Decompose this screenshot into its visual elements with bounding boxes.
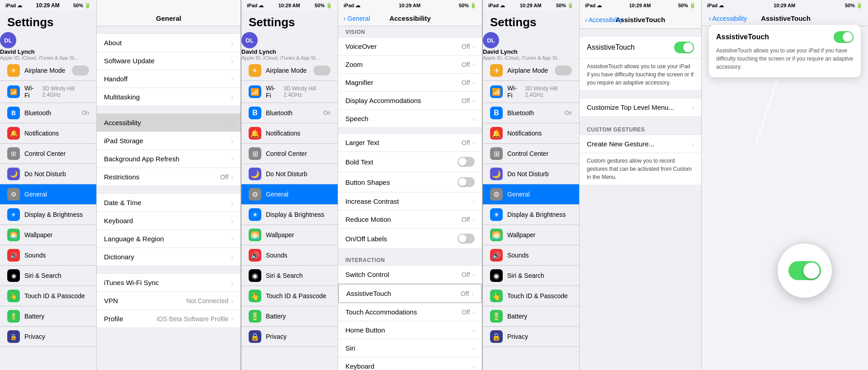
s2-cc[interactable]: ⊞ Control Center xyxy=(241,144,338,164)
row-handoff[interactable]: Handoff › xyxy=(97,70,241,88)
s2-display[interactable]: ☀ Display & Brightness xyxy=(241,205,338,225)
row-keyboard-acc[interactable]: Keyboard › xyxy=(338,357,482,370)
user-row-3[interactable]: DL David Lynch Apple ID, iCloud, iTunes … xyxy=(483,32,579,61)
button-shapes-toggle[interactable] xyxy=(458,177,475,187)
s2-touchid[interactable]: 👆 Touch ID & Passcode xyxy=(241,286,338,306)
s2-dnd[interactable]: 🌙 Do Not Disturb xyxy=(241,164,338,184)
row-accessibility[interactable]: Accessibility › xyxy=(97,113,241,132)
s2-bluetooth[interactable]: B Bluetooth On xyxy=(241,103,338,123)
row-multitasking[interactable]: Multitasking › xyxy=(97,88,241,106)
s3-cc[interactable]: ⊞ Control Center xyxy=(483,144,579,164)
s2-wifi[interactable]: 📶 Wi-Fi 3D Windy Hill 2.4GHz xyxy=(241,81,338,103)
sidebar-item-cc[interactable]: ⊞ Control Center xyxy=(0,144,96,164)
s3-notif[interactable]: 🔔 Notifications xyxy=(483,123,579,144)
s3-airplane[interactable]: ✈ Airplane Mode xyxy=(483,61,579,81)
sidebar-item-general[interactable]: ⚙ General xyxy=(0,184,96,205)
s3-touchid[interactable]: 👆 Touch ID & Passcode xyxy=(483,286,579,306)
s3-airplane-toggle[interactable] xyxy=(555,66,572,75)
back-to-accessibility-2[interactable]: ‹ Accessibility xyxy=(709,15,747,22)
user-row-1[interactable]: DL David Lynch Apple ID, iCloud, iTunes … xyxy=(0,32,96,61)
row-restrictions[interactable]: Restrictions Off › xyxy=(97,168,241,186)
row-profile[interactable]: Profile iOS Beta Software Profile › xyxy=(97,310,241,328)
row-vpn[interactable]: VPN Not Connected › xyxy=(97,292,241,310)
row-on-off-labels[interactable]: On/Off Labels xyxy=(338,229,482,249)
row-button-shapes[interactable]: Button Shapes xyxy=(338,172,482,192)
at-toggle-switch[interactable] xyxy=(674,42,694,53)
s3-dnd[interactable]: 🌙 Do Not Disturb xyxy=(483,164,579,184)
row-itunes-sync[interactable]: iTunes Wi-Fi Sync › xyxy=(97,273,241,292)
s3-general[interactable]: ⚙ General xyxy=(483,184,579,205)
row-bold-text[interactable]: Bold Text xyxy=(338,152,482,172)
s2-airplane[interactable]: ✈ Airplane Mode xyxy=(241,61,338,81)
sidebar-item-dnd[interactable]: 🌙 Do Not Disturb xyxy=(0,164,96,184)
sidebar-item-display[interactable]: ☀ Display & Brightness xyxy=(0,205,96,225)
row-keyboard[interactable]: Keyboard › xyxy=(97,212,241,230)
s3-siri[interactable]: ◉ Siri & Search xyxy=(483,266,579,286)
s2-general[interactable]: ⚙ General xyxy=(241,184,338,205)
row-dictionary[interactable]: Dictionary › xyxy=(97,248,241,266)
sidebar-item-airplane[interactable]: ✈ Airplane Mode xyxy=(0,61,96,81)
row-larger-text[interactable]: Larger Text Off › xyxy=(338,133,482,152)
row-bg-refresh[interactable]: Background App Refresh › xyxy=(97,150,241,168)
language-label: Language & Region xyxy=(104,235,231,243)
s2-sounds[interactable]: 🔊 Sounds xyxy=(241,245,338,266)
increase-contrast-label: Increase Contrast xyxy=(345,197,472,205)
row-touch-acc[interactable]: Touch Accommodations Off › xyxy=(338,303,482,321)
row-datetime[interactable]: Date & Time › xyxy=(97,193,241,212)
user-row-2[interactable]: DL David Lynch Apple ID, iCloud, iTunes … xyxy=(241,32,338,61)
row-language[interactable]: Language & Region › xyxy=(97,230,241,248)
row-display-acc[interactable]: Display Accommodations Off › xyxy=(338,92,482,110)
sidebar-item-privacy[interactable]: 🔒 Privacy xyxy=(0,327,96,347)
s3-battery[interactable]: 🔋 Battery xyxy=(483,306,579,327)
s3-wifi[interactable]: 📶 Wi-Fi 3D Windy Hill 2.4GHz xyxy=(483,81,579,103)
s3-wifi-label: Wi-Fi xyxy=(507,84,520,99)
row-voiceover[interactable]: VoiceOver Off › xyxy=(338,37,482,56)
row-zoom[interactable]: Zoom Off › xyxy=(338,56,482,74)
row-home-button[interactable]: Home Button › xyxy=(338,321,482,339)
create-gesture-row[interactable]: Create New Gesture... › xyxy=(580,135,701,153)
row-ipad-storage[interactable]: iPad Storage › xyxy=(97,132,241,150)
bold-text-toggle[interactable] xyxy=(458,157,475,167)
status-bar-3: iPad ☁ 10:29 AM 50% 🔋 xyxy=(483,0,579,11)
s3-privacy[interactable]: 🔒 Privacy xyxy=(483,327,579,347)
sidebar-item-wifi[interactable]: 📶 Wi-Fi 3D Windy Hill 2.4GHz xyxy=(0,81,96,103)
settings-header-2: Settings xyxy=(241,11,338,32)
at-callout-toggle[interactable] xyxy=(834,31,854,43)
sidebar-item-sounds[interactable]: 🔊 Sounds xyxy=(0,245,96,266)
sidebar-item-notifications[interactable]: 🔔 Notifications xyxy=(0,123,96,144)
big-toggle[interactable] xyxy=(788,261,821,280)
airplane-toggle[interactable] xyxy=(72,66,89,75)
at-customize-row[interactable]: Customize Top Level Menu... › xyxy=(580,98,701,117)
s2-wallpaper[interactable]: 🌅 Wallpaper xyxy=(241,225,338,245)
s2-siri[interactable]: ◉ Siri & Search xyxy=(241,266,338,286)
row-about[interactable]: About › xyxy=(97,33,241,52)
s3-wallpaper[interactable]: 🌅 Wallpaper xyxy=(483,225,579,245)
s3-bluetooth[interactable]: B Bluetooth On xyxy=(483,103,579,123)
on-off-toggle[interactable] xyxy=(458,234,475,244)
back-to-general[interactable]: ‹ General xyxy=(344,15,370,22)
privacy-icon: 🔒 xyxy=(7,330,20,343)
s2-privacy[interactable]: 🔒 Privacy xyxy=(241,327,338,347)
sidebar-item-battery[interactable]: 🔋 Battery xyxy=(0,306,96,327)
s3-display[interactable]: ☀ Display & Brightness xyxy=(483,205,579,225)
at-toggle-row[interactable]: AssistiveTouch xyxy=(580,36,701,59)
sidebar-item-touchid[interactable]: 👆 Touch ID & Passcode xyxy=(0,286,96,306)
sidebar-item-bluetooth[interactable]: B Bluetooth On xyxy=(0,103,96,123)
row-siri-acc[interactable]: Siri › xyxy=(338,339,482,357)
row-assistivetouch[interactable]: AssistiveTouch Off › xyxy=(338,284,482,303)
s3-battery-label: Battery xyxy=(507,313,527,320)
language-chevron: › xyxy=(231,235,233,243)
sidebar-item-wallpaper[interactable]: 🌅 Wallpaper xyxy=(0,225,96,245)
row-switch-control[interactable]: Switch Control Off › xyxy=(338,265,482,284)
s2-battery[interactable]: 🔋 Battery xyxy=(241,306,338,327)
row-reduce-motion[interactable]: Reduce Motion Off › xyxy=(338,211,482,229)
row-magnifier[interactable]: Magnifier Off › xyxy=(338,74,482,92)
row-speech[interactable]: Speech › xyxy=(338,110,482,128)
s3-sounds[interactable]: 🔊 Sounds xyxy=(483,245,579,266)
s2-notif[interactable]: 🔔 Notifications xyxy=(241,123,338,144)
row-increase-contrast[interactable]: Increase Contrast › xyxy=(338,192,482,211)
row-software-update[interactable]: Software Update › xyxy=(97,52,241,70)
back-to-accessibility[interactable]: ‹ Accessibility xyxy=(585,16,623,23)
sidebar-item-siri[interactable]: ◉ Siri & Search xyxy=(0,266,96,286)
s2-airplane-toggle[interactable] xyxy=(313,66,330,75)
